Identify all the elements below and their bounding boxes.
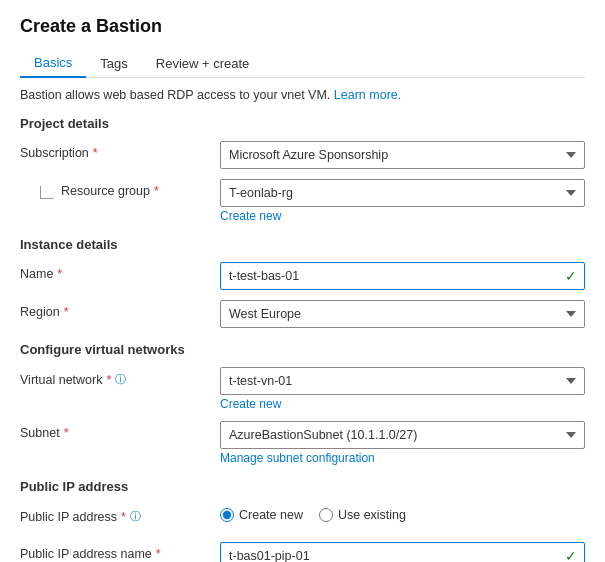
public-ip-info-icon[interactable]: ⓘ [130, 509, 141, 524]
name-label: Name * [20, 262, 220, 281]
region-row: Region * West Europe [20, 300, 585, 328]
name-control: ✓ [220, 262, 585, 290]
tab-basics[interactable]: Basics [20, 49, 86, 78]
name-input-wrapper: ✓ [220, 262, 585, 290]
public-ip-name-required: * [156, 547, 161, 561]
resource-group-label: Resource group * [20, 179, 220, 198]
subnet-row: Subnet * AzureBastionSubnet (10.1.1.0/27… [20, 421, 585, 465]
public-ip-name-input-wrapper: ✓ [220, 542, 585, 562]
tab-review-create[interactable]: Review + create [142, 49, 264, 77]
public-ip-use-existing-radio[interactable] [319, 508, 333, 522]
section-public-ip: Public IP address [20, 479, 585, 494]
public-ip-create-new-option[interactable]: Create new [220, 508, 303, 522]
subnet-select[interactable]: AzureBastionSubnet (10.1.1.0/27) [220, 421, 585, 449]
name-row: Name * ✓ [20, 262, 585, 290]
resource-group-select[interactable]: T-eonlab-rg [220, 179, 585, 207]
section-virtual-networks: Configure virtual networks [20, 342, 585, 357]
subscription-row: Subscription * Microsoft Azure Sponsorsh… [20, 141, 585, 169]
public-ip-address-row: Public IP address * ⓘ Create new Use exi… [20, 504, 585, 532]
public-ip-radio-group: Create new Use existing [220, 504, 585, 522]
region-control: West Europe [220, 300, 585, 328]
virtual-network-create-new[interactable]: Create new [220, 397, 281, 411]
subscription-control: Microsoft Azure Sponsorship [220, 141, 585, 169]
virtual-network-select[interactable]: t-test-vn-01 [220, 367, 585, 395]
subnet-manage-link[interactable]: Manage subnet configuration [220, 451, 375, 465]
public-ip-use-existing-label: Use existing [338, 508, 406, 522]
subscription-select[interactable]: Microsoft Azure Sponsorship [220, 141, 585, 169]
subscription-required: * [93, 146, 98, 160]
virtual-network-control: t-test-vn-01 Create new [220, 367, 585, 411]
subnet-label: Subnet * [20, 421, 220, 440]
public-ip-name-row: Public IP address name * ✓ [20, 542, 585, 562]
name-required: * [57, 267, 62, 281]
public-ip-address-label: Public IP address * ⓘ [20, 504, 220, 524]
tabs-container: Basics Tags Review + create [20, 49, 585, 78]
public-ip-name-input[interactable] [220, 542, 585, 562]
subscription-label: Subscription * [20, 141, 220, 160]
region-required: * [64, 305, 69, 319]
public-ip-use-existing-option[interactable]: Use existing [319, 508, 406, 522]
public-ip-name-check-icon: ✓ [565, 548, 577, 562]
public-ip-create-new-radio[interactable] [220, 508, 234, 522]
section-instance-details: Instance details [20, 237, 585, 252]
virtual-network-row: Virtual network * ⓘ t-test-vn-01 Create … [20, 367, 585, 411]
resource-group-control: T-eonlab-rg Create new [220, 179, 585, 223]
section-project-details: Project details [20, 116, 585, 131]
name-check-icon: ✓ [565, 268, 577, 284]
public-ip-name-label: Public IP address name * [20, 542, 220, 561]
subnet-control: AzureBastionSubnet (10.1.1.0/27) Manage … [220, 421, 585, 465]
resource-group-required: * [154, 184, 159, 198]
public-ip-address-control: Create new Use existing [220, 504, 585, 522]
subnet-required: * [64, 426, 69, 440]
learn-more-link[interactable]: Learn more. [334, 88, 401, 102]
tab-tags[interactable]: Tags [86, 49, 141, 77]
virtual-network-info-icon[interactable]: ⓘ [115, 372, 126, 387]
public-ip-required: * [121, 510, 126, 524]
region-label: Region * [20, 300, 220, 319]
region-select[interactable]: West Europe [220, 300, 585, 328]
page-title: Create a Bastion [20, 16, 585, 37]
virtual-network-label: Virtual network * ⓘ [20, 367, 220, 387]
public-ip-create-new-label: Create new [239, 508, 303, 522]
resource-group-row: Resource group * T-eonlab-rg Create new [20, 179, 585, 223]
resource-group-create-new[interactable]: Create new [220, 209, 281, 223]
virtual-network-required: * [106, 373, 111, 387]
info-text: Bastion allows web based RDP access to y… [20, 88, 585, 102]
public-ip-name-control: ✓ [220, 542, 585, 562]
name-input[interactable] [220, 262, 585, 290]
